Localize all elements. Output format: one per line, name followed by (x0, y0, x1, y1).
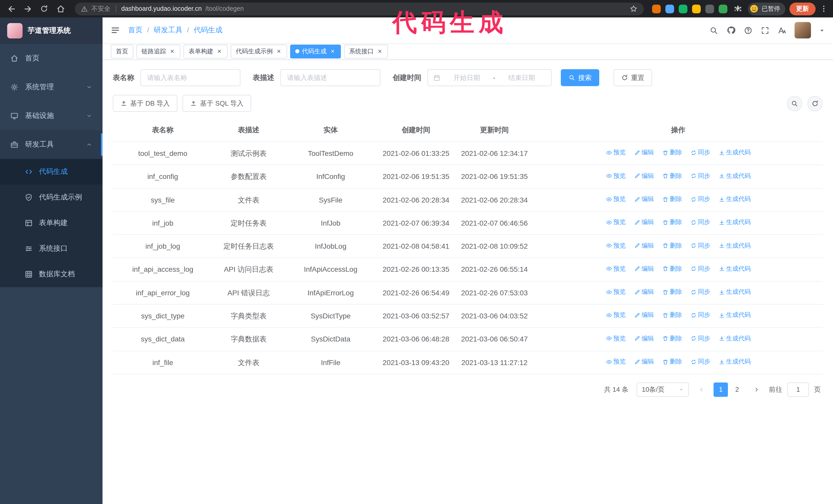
update-button[interactable]: 更新 (789, 2, 815, 15)
edit-link[interactable]: 编辑 (634, 241, 654, 250)
generate-code-link[interactable]: 生成代码 (718, 241, 751, 250)
tab-close-icon[interactable] (216, 48, 222, 55)
sync-link[interactable]: 同步 (690, 148, 710, 158)
tab-链路追踪[interactable]: 链路追踪 (136, 44, 181, 58)
people-extension-icon[interactable] (692, 4, 701, 13)
forward-button[interactable] (22, 3, 34, 15)
tab-表单构建[interactable]: 表单构建 (184, 44, 228, 58)
submenu-item-shield-check[interactable]: 代码生成示例 (0, 185, 102, 210)
leaf-extension-icon[interactable] (719, 4, 728, 13)
tab-close-icon[interactable] (275, 48, 282, 55)
refresh-table-button[interactable] (807, 96, 823, 111)
page-button-2[interactable]: 2 (730, 383, 744, 397)
breadcrumb-devtools[interactable]: 研发工具 (143, 26, 183, 35)
delete-link[interactable]: 删除 (662, 171, 682, 181)
edit-link[interactable]: 编辑 (634, 265, 654, 273)
generate-code-link[interactable]: 生成代码 (718, 311, 751, 320)
preview-link[interactable]: 预览 (606, 171, 626, 181)
delete-link[interactable]: 删除 (662, 357, 682, 366)
sidebar-item-home[interactable]: 首页 (0, 44, 102, 73)
sync-link[interactable]: 同步 (690, 171, 710, 181)
preview-link[interactable]: 预览 (606, 241, 626, 250)
preview-link[interactable]: 预览 (606, 148, 626, 158)
reset-button[interactable]: 重置 (614, 69, 652, 86)
reload-button[interactable] (38, 3, 50, 15)
preview-link[interactable]: 预览 (606, 288, 626, 296)
tab-close-icon[interactable] (376, 48, 383, 55)
drop-extension-icon[interactable] (665, 4, 674, 13)
breadcrumb-home[interactable]: 首页 (128, 26, 143, 35)
preview-link[interactable]: 预览 (606, 334, 626, 343)
tab-系统接口[interactable]: 系统接口 (344, 44, 388, 58)
edit-link[interactable]: 编辑 (634, 218, 654, 227)
sidebar-item-toolbox[interactable]: 研发工具 (0, 130, 102, 159)
tab-close-icon[interactable] (329, 48, 336, 55)
generate-code-link[interactable]: 生成代码 (718, 334, 751, 343)
github-button[interactable] (727, 26, 736, 35)
sync-link[interactable]: 同步 (690, 265, 710, 273)
edit-link[interactable]: 编辑 (634, 334, 654, 343)
next-page-button[interactable] (749, 383, 764, 397)
preview-link[interactable]: 预览 (606, 357, 626, 366)
sync-link[interactable]: 同步 (690, 218, 710, 227)
dark-extension-icon[interactable] (705, 4, 714, 13)
generate-code-link[interactable]: 生成代码 (718, 148, 751, 158)
sidebar-item-monitor[interactable]: 基础设施 (0, 101, 102, 130)
home-button[interactable] (54, 3, 67, 15)
delete-link[interactable]: 删除 (662, 288, 682, 296)
tab-代码生成[interactable]: 代码生成 (290, 44, 341, 58)
sync-link[interactable]: 同步 (690, 311, 710, 320)
bookmark-star-icon[interactable] (629, 5, 638, 13)
edit-link[interactable]: 编辑 (634, 148, 654, 158)
sync-link[interactable]: 同步 (690, 288, 710, 296)
logo-row[interactable]: 芋道管理系统 (0, 18, 102, 44)
edit-link[interactable]: 编辑 (634, 195, 654, 204)
goto-page-input[interactable] (787, 383, 809, 397)
edit-link[interactable]: 编辑 (634, 288, 654, 296)
sync-link[interactable]: 同步 (690, 241, 710, 250)
vpn-extension-icon[interactable] (679, 4, 687, 13)
generate-code-link[interactable]: 生成代码 (718, 288, 751, 296)
generate-code-link[interactable]: 生成代码 (718, 357, 751, 366)
preview-link[interactable]: 预览 (606, 311, 626, 320)
fullscreen-button[interactable] (761, 26, 769, 34)
header-search-button[interactable] (710, 26, 718, 34)
tab-首页[interactable]: 首页 (111, 44, 133, 58)
delete-link[interactable]: 删除 (662, 218, 682, 227)
sync-link[interactable]: 同步 (690, 195, 710, 204)
page-size-select[interactable]: 10条/页 (637, 383, 689, 397)
date-range-picker[interactable]: 开始日期 - 结束日期 (428, 69, 552, 86)
edit-link[interactable]: 编辑 (634, 171, 654, 181)
edit-link[interactable]: 编辑 (634, 311, 654, 320)
edit-link[interactable]: 编辑 (634, 357, 654, 366)
table-desc-input[interactable] (280, 69, 380, 86)
delete-link[interactable]: 删除 (662, 334, 682, 343)
sidebar-toggle-button[interactable] (111, 26, 120, 35)
preview-link[interactable]: 预览 (606, 218, 626, 227)
delete-link[interactable]: 删除 (662, 241, 682, 250)
help-button[interactable] (744, 26, 753, 34)
import-sql-button[interactable]: 基于 SQL 导入 (183, 95, 252, 112)
delete-link[interactable]: 删除 (662, 265, 682, 273)
search-button[interactable]: 搜索 (561, 69, 599, 86)
address-bar[interactable]: 不安全 dashboard.yudao.iocoder.cn/tool/code… (75, 2, 644, 15)
table-name-input[interactable] (140, 69, 240, 86)
submenu-item-sliders[interactable]: 系统接口 (0, 236, 102, 262)
sync-link[interactable]: 同步 (690, 357, 710, 366)
delete-link[interactable]: 删除 (662, 148, 682, 158)
generate-code-link[interactable]: 生成代码 (718, 195, 751, 204)
delete-link[interactable]: 删除 (662, 311, 682, 320)
preview-link[interactable]: 预览 (606, 265, 626, 273)
generate-code-link[interactable]: 生成代码 (718, 171, 751, 181)
extensions-button[interactable] (732, 3, 744, 15)
tab-代码生成示例[interactable]: 代码生成示例 (231, 44, 287, 58)
generate-code-link[interactable]: 生成代码 (718, 265, 751, 273)
sync-link[interactable]: 同步 (690, 334, 710, 343)
back-button[interactable] (5, 3, 18, 15)
import-db-button[interactable]: 基于 DB 导入 (113, 95, 177, 112)
generate-code-link[interactable]: 生成代码 (718, 218, 751, 227)
sidebar-item-gear[interactable]: 系统管理 (0, 73, 102, 101)
font-size-button[interactable] (778, 26, 786, 34)
submenu-item-form[interactable]: 表单构建 (0, 210, 102, 236)
fox-extension-icon[interactable] (652, 4, 661, 13)
